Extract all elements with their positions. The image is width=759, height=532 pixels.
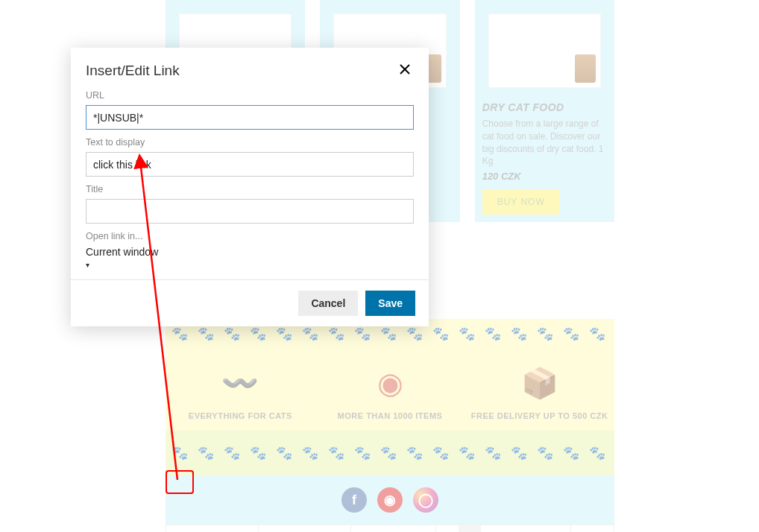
feature-label: EVERYTHING FOR CATS <box>166 411 315 420</box>
can-icon: ◉ <box>315 362 465 404</box>
cancel-button[interactable]: Cancel <box>298 291 358 316</box>
instagram-icon[interactable]: ◯ <box>413 487 438 513</box>
annotation-highlight <box>166 470 194 494</box>
title-input[interactable] <box>86 199 414 224</box>
product-title: DRY CAT FOOD <box>482 101 607 113</box>
bold-button[interactable]: B <box>459 525 481 532</box>
open-link-select[interactable]: Current window <box>86 246 414 258</box>
modal-title: Insert/Edit Link <box>86 63 180 79</box>
close-icon <box>400 64 410 75</box>
pinterest-icon[interactable]: ◉ <box>377 487 403 513</box>
indent-out-icon[interactable]: ⇤ <box>436 525 459 532</box>
close-button[interactable] <box>396 61 414 80</box>
feature-item: ◉ MORE THAN 1000 ITEMS <box>315 362 465 420</box>
italic-button[interactable]: I <box>481 525 503 532</box>
paw-decoration: 🐾 🐾 🐾 🐾 🐾 🐾 🐾 🐾 🐾 🐾 🐾 🐾 🐾 🐾 🐾 🐾 🐾 🐾 🐾 🐾 <box>166 431 614 475</box>
underline-button[interactable]: U <box>503 525 526 532</box>
format-select[interactable]: Paragraph▾ <box>166 525 259 532</box>
chevron-down-icon: ▾ <box>86 261 414 269</box>
insert-link-modal: Insert/Edit Link URL Text to display Tit… <box>71 48 429 326</box>
url-label: URL <box>86 90 414 101</box>
box-icon: 📦 <box>464 362 614 404</box>
product-price: 120 CZK <box>482 171 607 182</box>
product-description: Choose from a large range of cat food on… <box>482 118 607 168</box>
social-row: f ◉ ◯ <box>166 475 614 525</box>
editor-toolbar: Paragraph▾ Ubuntu▾ 11px▾ ⇤ B I U S Ω 🔗 ⊘ <box>166 525 614 532</box>
open-link-label: Open link in... <box>86 231 414 241</box>
cat-icon: 〰️ <box>166 362 315 404</box>
size-select[interactable]: 11px▾ <box>351 525 436 532</box>
feature-item: 📦 FREE DELIVERY UP TO 500 CZK <box>464 362 614 420</box>
feature-label: MORE THAN 1000 ITEMS <box>315 411 465 420</box>
feature-label: FREE DELIVERY UP TO 500 CZK <box>464 411 614 420</box>
save-button[interactable]: Save <box>365 291 415 316</box>
font-select[interactable]: Ubuntu▾ <box>259 525 351 532</box>
feature-item: 〰️ EVERYTHING FOR CATS <box>166 362 315 420</box>
facebook-icon[interactable]: f <box>341 487 367 513</box>
strike-button[interactable]: S <box>526 525 548 532</box>
product-card: DRY CAT FOOD Choose from a large range o… <box>475 0 614 222</box>
omega-icon[interactable]: Ω <box>548 525 570 532</box>
text-display-label: Text to display <box>86 137 414 148</box>
buy-now-button[interactable]: BUY NOW <box>482 189 560 215</box>
url-input[interactable] <box>86 105 414 130</box>
title-label: Title <box>86 184 414 194</box>
text-display-input[interactable] <box>86 152 414 177</box>
